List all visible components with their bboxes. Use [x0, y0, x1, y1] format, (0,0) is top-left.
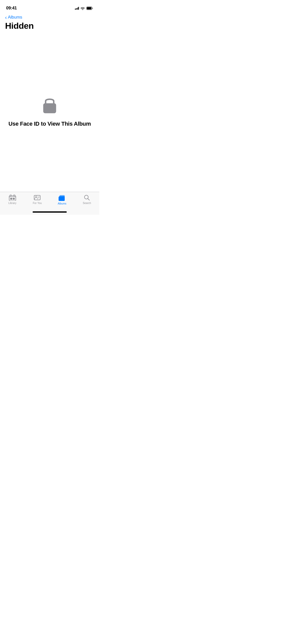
battery-icon	[86, 7, 93, 10]
svg-rect-4	[10, 195, 11, 196]
svg-rect-2	[43, 103, 56, 113]
search-icon	[84, 195, 90, 201]
tab-for-you-label: For You	[33, 202, 42, 204]
main-content: Use Face ID to View This Album	[0, 31, 99, 192]
status-time: 09:41	[6, 6, 17, 11]
lock-icon	[41, 95, 59, 114]
tab-for-you[interactable]: For You	[27, 195, 47, 204]
signal-icon	[75, 7, 79, 10]
tab-search[interactable]: Search	[77, 195, 97, 204]
lock-icon-wrap	[41, 95, 59, 115]
wifi-icon	[80, 7, 85, 10]
library-icon	[9, 195, 16, 201]
svg-rect-3	[9, 196, 16, 201]
back-label: Albums	[8, 15, 22, 20]
svg-rect-7	[13, 198, 15, 200]
status-bar: 09:41	[0, 0, 99, 13]
for-you-icon	[34, 195, 40, 201]
page-title: Hidden	[0, 20, 99, 31]
svg-rect-6	[10, 198, 12, 200]
tab-albums[interactable]: Albums	[52, 195, 72, 205]
back-chevron-icon: ‹	[5, 15, 7, 20]
tab-library[interactable]: Library	[2, 195, 23, 204]
status-icons	[75, 7, 93, 10]
home-indicator	[33, 211, 67, 213]
face-id-message: Use Face ID to View This Album	[1, 121, 99, 127]
back-button[interactable]: ‹ Albums	[5, 15, 22, 20]
svg-rect-12	[59, 197, 65, 201]
svg-rect-1	[87, 7, 91, 9]
albums-icon	[59, 195, 66, 201]
tab-search-label: Search	[83, 202, 91, 204]
svg-point-9	[35, 196, 37, 198]
tab-library-label: Library	[8, 202, 16, 204]
tab-albums-label: Albums	[58, 202, 66, 205]
nav-bar: ‹ Albums	[0, 13, 99, 20]
svg-rect-8	[34, 195, 40, 200]
svg-rect-5	[13, 195, 15, 196]
